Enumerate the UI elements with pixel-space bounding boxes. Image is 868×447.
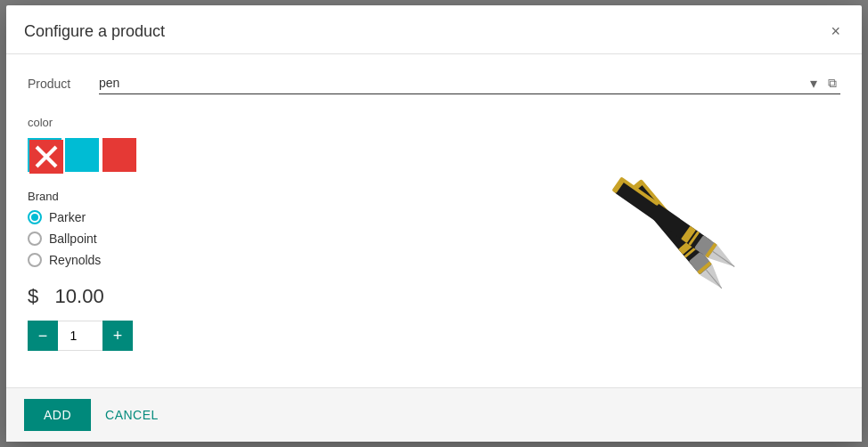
brand-section-label: Brand: [28, 190, 537, 203]
price-amount: 10.00: [55, 285, 104, 307]
dropdown-arrow-icon[interactable]: ▾: [807, 75, 821, 92]
brand-label-ballpoint: Ballpoint: [49, 232, 97, 246]
pen-svg: [609, 120, 805, 307]
configure-product-dialog: Configure a product × Product ▾ ⧉: [6, 5, 862, 442]
brand-radio-reynolds[interactable]: [28, 253, 42, 267]
product-input-wrapper: ▾ ⧉: [99, 72, 840, 94]
external-link-icon[interactable]: ⧉: [824, 76, 840, 91]
product-input[interactable]: [99, 72, 807, 93]
dialog-footer: ADD CANCEL: [6, 387, 862, 442]
brand-radio-parker[interactable]: [28, 210, 42, 224]
quantity-plus-button[interactable]: +: [102, 321, 133, 351]
brand-label-reynolds: Reynolds: [49, 253, 101, 267]
brand-label-parker: Parker: [49, 210, 86, 224]
input-actions: ▾ ⧉: [807, 75, 840, 92]
x-mark-icon: [29, 140, 63, 174]
product-row: Product ▾ ⧉: [28, 72, 840, 94]
color-options: [28, 138, 537, 172]
quantity-minus-button[interactable]: −: [28, 321, 58, 351]
color-section-label: color: [28, 116, 537, 129]
color-swatch-cyan[interactable]: [65, 138, 99, 172]
brand-option-parker[interactable]: Parker: [28, 210, 537, 224]
product-label: Product: [28, 77, 99, 91]
left-panel: color: [28, 116, 573, 370]
pen-image: [609, 125, 805, 303]
close-button[interactable]: ×: [827, 20, 844, 43]
cancel-button[interactable]: CANCEL: [105, 408, 159, 422]
price-section: $ 10.00: [28, 285, 537, 308]
quantity-row: − +: [28, 321, 537, 351]
dialog-overlay: Configure a product × Product ▾ ⧉: [0, 0, 868, 447]
add-button[interactable]: ADD: [24, 399, 91, 431]
right-panel: [573, 116, 840, 370]
brand-option-ballpoint[interactable]: Ballpoint: [28, 232, 537, 246]
dialog-title: Configure a product: [24, 22, 165, 41]
content-area: color: [28, 116, 840, 370]
brand-radio-ballpoint[interactable]: [28, 232, 42, 246]
brand-section: Brand Parker Ballpoint Reynolds: [28, 190, 537, 267]
dialog-body: Product ▾ ⧉ color: [6, 54, 862, 387]
color-swatch-red2[interactable]: [102, 138, 136, 172]
dialog-header: Configure a product ×: [6, 5, 862, 54]
brand-option-reynolds[interactable]: Reynolds: [28, 253, 537, 267]
quantity-input[interactable]: [58, 321, 102, 351]
price-symbol: $: [28, 285, 38, 307]
color-swatch-red-x[interactable]: [28, 138, 61, 172]
